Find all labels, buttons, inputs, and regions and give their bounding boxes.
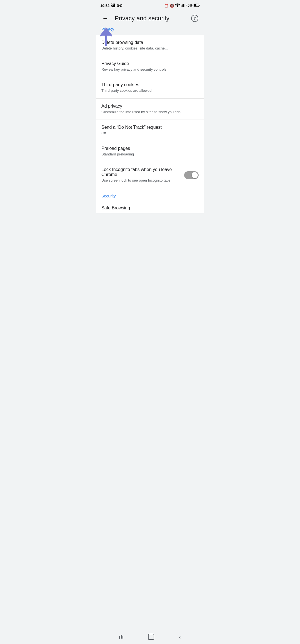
help-button[interactable]: ? [190, 13, 200, 23]
alarm-icon: ⏰ [164, 4, 169, 8]
item-text: Privacy Guide Review key privacy and sec… [101, 61, 199, 72]
list-item[interactable]: Ad privacy Customize the info used by si… [96, 99, 204, 120]
back-button[interactable]: ← [100, 13, 110, 23]
signal-icon [181, 3, 185, 8]
status-icons: ⏰ 🔇 45% [164, 3, 200, 8]
item-title: Ad privacy [101, 104, 199, 109]
safe-browsing-title: Safe Browsing [101, 205, 199, 210]
item-title: Third-party cookies [101, 82, 199, 87]
photo-icon: 🖼 [111, 3, 115, 8]
back-arrow-icon: ← [102, 15, 108, 21]
item-title: Privacy Guide [101, 61, 199, 66]
item-text: Preload pages Standard preloading [101, 146, 199, 157]
page-title: Privacy and security [115, 15, 169, 22]
voicemail-icon: ⦾⦾ [117, 4, 122, 8]
list-item[interactable]: Send a “Do Not Track” request Off [96, 120, 204, 141]
help-icon: ? [191, 15, 198, 22]
item-title: Delete browsing data [101, 40, 199, 45]
lock-incognito-toggle[interactable] [184, 171, 199, 179]
item-title: Send a “Do Not Track” request [101, 125, 199, 130]
settings-list: Delete browsing data Delete history, coo… [96, 35, 204, 213]
item-text: Third-party cookies Third-party cookies … [101, 82, 199, 93]
svg-rect-7 [194, 4, 196, 6]
status-time: 10:52 🖼 ⦾⦾ [100, 3, 122, 8]
svg-rect-1 [181, 6, 181, 7]
lock-incognito-item[interactable]: Lock Incognito tabs when you leave Chrom… [96, 162, 204, 188]
toggle-thumb [192, 172, 198, 178]
svg-rect-8 [199, 5, 200, 6]
svg-rect-4 [183, 4, 184, 7]
svg-point-0 [177, 6, 178, 7]
item-subtitle: Standard preloading [101, 152, 199, 157]
security-section-label: Security [96, 188, 204, 200]
svg-rect-3 [182, 4, 183, 7]
item-subtitle: Delete history, cookies, site data, cach… [101, 46, 199, 51]
item-text: Lock Incognito tabs when you leave Chrom… [101, 167, 181, 183]
svg-rect-5 [184, 4, 184, 7]
toggle-container [181, 171, 199, 179]
item-subtitle: Third-party cookies are allowed [101, 88, 199, 93]
mute-icon: 🔇 [170, 4, 174, 8]
lock-incognito-title: Lock Incognito tabs when you leave Chrom… [101, 167, 181, 177]
safe-browsing-item[interactable]: Safe Browsing [96, 200, 204, 213]
item-title: Preload pages [101, 146, 199, 151]
battery-icon [194, 4, 200, 8]
list-item[interactable]: Preload pages Standard preloading [96, 141, 204, 162]
list-item[interactable]: Third-party cookies Third-party cookies … [96, 77, 204, 98]
item-text: Ad privacy Customize the info used by si… [101, 104, 199, 115]
item-subtitle: Review key privacy and security controls [101, 67, 199, 72]
item-subtitle: Off [101, 131, 199, 136]
item-subtitle: Customize the info used by sites to show… [101, 110, 199, 115]
list-item[interactable]: Privacy Guide Review key privacy and sec… [96, 56, 204, 77]
toolbar: ← Privacy and security ? [96, 10, 204, 27]
annotation-arrow [99, 27, 114, 47]
status-bar: 10:52 🖼 ⦾⦾ ⏰ 🔇 45% [96, 0, 204, 10]
wifi-icon [175, 3, 180, 8]
item-text: Delete browsing data Delete history, coo… [101, 40, 199, 51]
toolbar-left: ← Privacy and security [100, 13, 169, 23]
lock-incognito-subtitle: Use screen lock to see open Incognito ta… [101, 178, 181, 183]
svg-rect-2 [182, 5, 182, 7]
item-text: Send a “Do Not Track” request Off [101, 125, 199, 136]
battery-level: 45% [186, 4, 192, 8]
